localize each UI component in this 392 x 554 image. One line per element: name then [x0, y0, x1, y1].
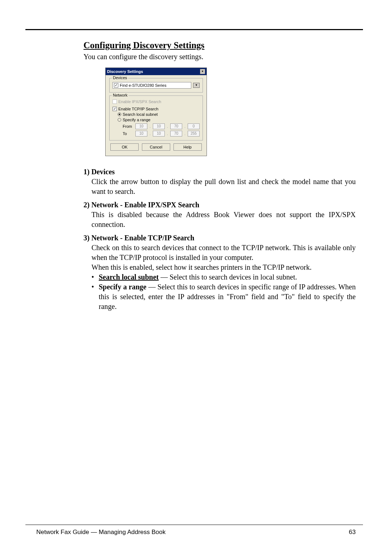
network-group: Network Enable IPX/SPX Search ✓ Enable T… [109, 95, 203, 140]
def-tcpip-lead: 3) Network - Enable TCP/IP Search [83, 233, 356, 243]
bullet-search-local-subnet: • Search local subnet — Select this to s… [91, 272, 356, 282]
to-ip-2[interactable]: 10 [153, 131, 165, 137]
main-content: Configuring Discovery Settings You can c… [83, 40, 356, 311]
page-number: 63 [349, 529, 356, 536]
bullet-b1-rest: — Select this to search devices in local… [159, 273, 297, 281]
specify-range-label: Specify a range [123, 118, 150, 122]
ipxspx-checkbox [113, 99, 117, 104]
discovery-settings-dialog: Discovery Settings × Devices ✓ Find e-ST… [105, 68, 356, 156]
def-tcpip-body1: Check on this to search devices that con… [91, 243, 356, 262]
help-button[interactable]: Help [173, 143, 202, 151]
devices-dropdown-button[interactable]: ▼ [193, 83, 200, 88]
from-ip-1[interactable]: 10 [135, 123, 147, 129]
def-ipxspx-lead: 2) Network - Enable IPX/SPX Search [83, 200, 356, 210]
definitions-list: 1) Devices Click the arrow button to dis… [83, 167, 356, 311]
bullet-specify-range: • Specify a range — Select this to searc… [91, 282, 356, 311]
find-device-label: Find e-STUDIO280 Series [120, 83, 166, 87]
tcpip-checkbox[interactable]: ✓ [113, 107, 117, 111]
devices-group: Devices ✓ Find e-STUDIO280 Series ▼ [109, 78, 203, 93]
page-footer: Network Fax Guide — Managing Address Boo… [36, 525, 356, 536]
intro-text: You can configure the discovery settings… [83, 53, 356, 61]
def-devices-lead: 1) Devices [83, 167, 356, 177]
network-legend: Network [112, 93, 128, 97]
find-device-checkbox[interactable]: ✓ [114, 83, 118, 87]
bullet-icon: • [91, 282, 99, 311]
def-tcpip-body2: When this is enabled, select how it sear… [91, 262, 356, 272]
bullet-icon: • [91, 272, 99, 282]
def-tcpip: 3) Network - Enable TCP/IP Search Check … [83, 233, 356, 311]
to-ip-4[interactable]: 255 [188, 131, 200, 137]
from-ip-4[interactable]: 0 [188, 123, 200, 129]
def-ipxspx: 2) Network - Enable IPX/SPX Search This … [83, 200, 356, 229]
ipxspx-label: Enable IPX/SPX Search [118, 99, 161, 104]
def-devices-body: Click the arrow button to display the pu… [91, 177, 356, 196]
def-ipxspx-body: This is disabled because the Address Boo… [91, 210, 356, 229]
to-label: To [123, 131, 133, 136]
top-rule [25, 29, 363, 30]
to-ip-3[interactable]: 70 [170, 131, 182, 137]
tcpip-label: Enable TCP/IP Search [118, 107, 158, 111]
dialog-titlebar: Discovery Settings × [106, 68, 207, 75]
footer-left: Network Fax Guide — Managing Address Boo… [36, 529, 166, 536]
from-label: From [123, 124, 133, 129]
specify-range-radio[interactable] [118, 118, 121, 122]
close-icon[interactable]: × [200, 69, 205, 74]
section-heading: Configuring Discovery Settings [83, 40, 356, 50]
dialog-title-text: Discovery Settings [107, 69, 143, 74]
to-ip-row: To 10 . 10 . 70 . 255 [123, 131, 200, 137]
devices-legend: Devices [112, 76, 128, 80]
bullet-b2-bold: Specify a range [99, 283, 146, 291]
from-ip-row: From 10 . 10 . 70 . 0 [123, 123, 200, 129]
ok-button[interactable]: OK [110, 143, 139, 151]
search-local-subnet-label: Search local subnet [123, 112, 158, 117]
bullet-b1-bold: Search local subnet [99, 273, 159, 281]
search-local-subnet-radio[interactable] [118, 113, 121, 116]
from-ip-2[interactable]: 10 [153, 123, 165, 129]
cancel-button[interactable]: Cancel [142, 143, 170, 151]
from-ip-3[interactable]: 70 [170, 123, 182, 129]
bottom-rule [25, 525, 363, 525]
def-devices: 1) Devices Click the arrow button to dis… [83, 167, 356, 196]
to-ip-1[interactable]: 10 [135, 131, 147, 137]
